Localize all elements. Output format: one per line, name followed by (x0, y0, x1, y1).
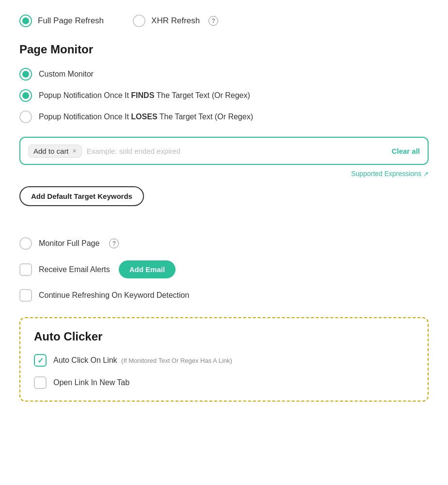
auto-click-link-checkbox[interactable] (34, 354, 47, 367)
monitor-full-page-option[interactable]: Monitor Full Page ? (19, 237, 429, 250)
page-monitor-title: Page Monitor (19, 43, 429, 56)
auto-click-link-label: Auto Click On Link (If Monitored Text Or… (53, 356, 232, 365)
auto-click-link-small-label: (If Monitored Text Or Regex Has A Link) (121, 357, 232, 364)
receive-email-option[interactable]: Receive Email Alerts Add Email (19, 260, 429, 278)
supported-expressions-link[interactable]: Supported Expressions ↗ (351, 170, 429, 178)
monitor-full-page-help-icon[interactable]: ? (109, 239, 119, 248)
checkbox-options: Monitor Full Page ? Receive Email Alerts… (19, 237, 429, 302)
full-page-refresh-option[interactable]: Full Page Refresh (19, 15, 104, 27)
external-link-icon: ↗ (423, 170, 429, 178)
open-new-tab-label: Open Link In New Tab (53, 378, 129, 387)
custom-monitor-label: Custom Monitor (39, 70, 94, 79)
continue-refreshing-label: Continue Refreshing On Keyword Detection (39, 291, 189, 300)
keywords-placeholder: Example: sold ended expired (87, 147, 387, 155)
xhr-help-icon[interactable]: ? (208, 16, 218, 26)
monitor-option-finds[interactable]: Popup Notification Once It FINDS The Tar… (19, 89, 429, 102)
xhr-refresh-radio[interactable] (133, 15, 145, 27)
finds-monitor-radio[interactable] (19, 89, 32, 102)
continue-refreshing-checkbox[interactable] (19, 289, 32, 302)
open-new-tab-checkbox[interactable] (34, 376, 47, 389)
monitor-options: Custom Monitor Popup Notification Once I… (19, 68, 429, 123)
keyword-tag-remove[interactable]: × (73, 147, 77, 155)
receive-email-checkbox[interactable] (19, 263, 32, 276)
supported-expressions-label: Supported Expressions (351, 170, 421, 178)
monitor-full-page-radio[interactable] (19, 237, 32, 250)
keyword-tag-add-to-cart: Add to cart × (28, 145, 82, 158)
receive-email-label: Receive Email Alerts (39, 265, 110, 274)
finds-monitor-label: Popup Notification Once It FINDS The Tar… (39, 91, 250, 100)
supported-expressions-row: Supported Expressions ↗ (19, 170, 429, 178)
full-page-refresh-label: Full Page Refresh (38, 16, 104, 26)
auto-clicker-title: Auto Clicker (34, 330, 414, 343)
continue-refreshing-option[interactable]: Continue Refreshing On Keyword Detection (19, 289, 429, 302)
keyword-tag-label: Add to cart (33, 147, 69, 155)
loses-bold: LOSES (131, 113, 157, 121)
refresh-type-row: Full Page Refresh XHR Refresh ? (19, 15, 429, 27)
monitor-full-page-label: Monitor Full Page (39, 239, 99, 248)
open-new-tab-option[interactable]: Open Link In New Tab (34, 376, 414, 389)
add-email-button[interactable]: Add Email (119, 260, 176, 278)
xhr-refresh-option[interactable]: XHR Refresh ? (133, 15, 218, 27)
keywords-input-box[interactable]: Add to cart × Example: sold ended expire… (19, 137, 429, 165)
finds-bold: FINDS (131, 91, 154, 99)
auto-clicker-options: Auto Click On Link (If Monitored Text Or… (34, 354, 414, 389)
clear-all-button[interactable]: Clear all (392, 147, 420, 155)
custom-monitor-radio[interactable] (19, 68, 32, 81)
loses-monitor-radio[interactable] (19, 111, 32, 123)
xhr-refresh-label: XHR Refresh (151, 16, 200, 26)
auto-click-link-option[interactable]: Auto Click On Link (If Monitored Text Or… (34, 354, 414, 367)
monitor-option-custom[interactable]: Custom Monitor (19, 68, 429, 81)
add-default-keywords-button[interactable]: Add Default Target Keywords (19, 186, 144, 206)
loses-monitor-label: Popup Notification Once It LOSES The Tar… (39, 113, 253, 121)
monitor-option-loses[interactable]: Popup Notification Once It LOSES The Tar… (19, 111, 429, 123)
full-page-refresh-radio[interactable] (19, 15, 32, 27)
auto-clicker-section: Auto Clicker Auto Click On Link (If Moni… (19, 317, 429, 402)
